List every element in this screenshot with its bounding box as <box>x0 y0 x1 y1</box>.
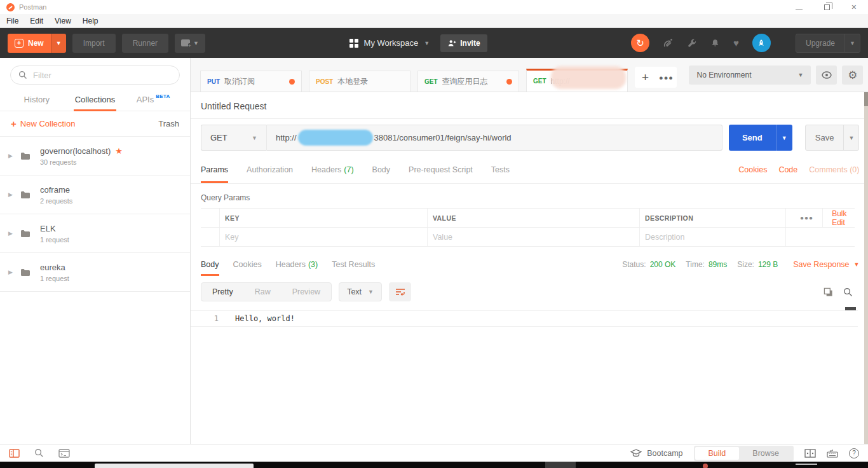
two-pane-icon[interactable] <box>804 449 816 458</box>
bell-icon[interactable] <box>710 38 720 48</box>
import-button[interactable]: Import <box>72 34 116 53</box>
upgrade-button[interactable]: Upgrade ▼ <box>796 34 860 53</box>
line-number: 1 <box>191 314 219 323</box>
minimize-button[interactable] <box>796 1 803 13</box>
menu-view[interactable]: View <box>49 17 77 25</box>
expand-chevron-icon[interactable]: ▶ <box>8 153 15 159</box>
sync-icon[interactable]: ↻ <box>631 34 649 52</box>
invite-button[interactable]: Invite <box>440 34 487 52</box>
view-preview[interactable]: Preview <box>281 287 331 296</box>
collection-row-governor[interactable]: ▶ governor(localhost)★ 30 requests <box>0 137 190 176</box>
workspace-chevron-icon[interactable]: ▼ <box>424 40 430 46</box>
upgrade-chevron-icon[interactable]: ▼ <box>844 34 860 52</box>
taskbar-button-sliver <box>545 462 576 468</box>
send-dropdown-button[interactable]: ▼ <box>776 125 792 151</box>
new-dropdown-button[interactable]: ▼ <box>51 34 66 53</box>
request-tab-3[interactable]: GET 查询应用日志 <box>417 71 519 92</box>
comments-link[interactable]: Comments (0) <box>809 165 859 174</box>
workspace-selector[interactable]: My Workspace <box>364 38 419 48</box>
expand-chevron-icon[interactable]: ▶ <box>8 269 15 275</box>
heart-icon[interactable]: ♥ <box>733 38 739 48</box>
satellite-icon[interactable] <box>663 38 674 48</box>
tab-apis-label: APIs <box>137 95 154 104</box>
save-button[interactable]: Save ▼ <box>805 125 860 151</box>
environment-preview-button[interactable] <box>816 65 837 85</box>
tab-history[interactable]: History <box>8 88 66 111</box>
editor-scrollbar[interactable] <box>845 307 856 310</box>
search-response-icon[interactable] <box>843 287 853 297</box>
find-icon[interactable] <box>34 448 44 458</box>
request-tab-2[interactable]: POST 本地登录 <box>309 71 410 92</box>
shortcuts-keyboard-icon[interactable] <box>827 449 838 458</box>
tab-tests[interactable]: Tests <box>491 156 510 183</box>
plus-icon: + <box>11 118 17 129</box>
rocket-icon[interactable] <box>752 34 771 52</box>
filter-search-box[interactable] <box>10 65 180 85</box>
trash-button[interactable]: Trash <box>158 119 179 128</box>
tab-params[interactable]: Params <box>201 156 228 183</box>
param-description-input[interactable] <box>645 233 780 242</box>
scrollbar-thumb[interactable] <box>864 92 868 106</box>
method-selector[interactable]: GET ▼ <box>201 125 267 151</box>
wrench-icon[interactable] <box>687 38 697 48</box>
bulk-edit-link[interactable]: Bulk Edit <box>822 209 855 227</box>
response-body-editor[interactable]: 1 Hello, world! <box>191 310 868 327</box>
tab-apis[interactable]: APIs BETA <box>124 88 182 111</box>
wrap-lines-button[interactable] <box>389 282 411 301</box>
tab-authorization[interactable]: Authorization <box>247 156 293 183</box>
collection-name: eureka <box>40 263 65 272</box>
url-input[interactable]: http:// 38081/consumer01/feign/say-hi/wo… <box>267 125 722 151</box>
footer-left-icons <box>9 448 70 458</box>
expand-chevron-icon[interactable]: ▶ <box>8 191 15 198</box>
bootcamp-button[interactable]: Bootcamp <box>630 449 682 458</box>
close-button[interactable]: × <box>851 3 857 11</box>
add-tab-button[interactable]: + <box>635 71 656 85</box>
tab-headers[interactable]: Headers (7) <box>311 156 354 183</box>
console-icon[interactable] <box>58 449 70 458</box>
menu-help[interactable]: Help <box>77 17 104 25</box>
save-dropdown-button[interactable]: ▼ <box>843 125 858 150</box>
tab-test-results[interactable]: Test Results <box>332 253 375 276</box>
view-raw[interactable]: Raw <box>244 287 281 296</box>
filter-input[interactable] <box>33 71 172 80</box>
collection-row-coframe[interactable]: ▶ coframe 2 requests <box>0 176 190 214</box>
expand-chevron-icon[interactable]: ▶ <box>8 230 15 237</box>
menu-file[interactable]: File <box>0 17 24 25</box>
new-window-button[interactable]: ▼ <box>175 34 205 53</box>
send-button[interactable]: Send ▼ <box>729 125 792 151</box>
tab-response-headers[interactable]: Headers (3) <box>276 253 318 276</box>
tab-response-cookies[interactable]: Cookies <box>233 253 262 276</box>
tab-response-body[interactable]: Body <box>201 253 219 276</box>
request-tab-1[interactable]: PUT 取消订阅 <box>200 71 302 92</box>
cookies-link[interactable]: Cookies <box>738 165 767 174</box>
unsaved-dot-icon <box>289 79 295 85</box>
param-value-input[interactable] <box>433 233 634 242</box>
collection-row-eureka[interactable]: ▶ eureka 1 request <box>0 253 190 292</box>
help-icon[interactable]: ? <box>849 448 859 458</box>
tab-collections[interactable]: Collections <box>66 88 125 111</box>
param-key-input[interactable] <box>225 233 422 242</box>
save-response-button[interactable]: Save Response ▼ <box>793 260 859 269</box>
tab-pre-request-script[interactable]: Pre-request Script <box>409 156 473 183</box>
restore-button[interactable] <box>824 1 830 13</box>
request-tab-4-active[interactable]: GET http:// <box>526 69 628 92</box>
browse-tab[interactable]: Browse <box>739 447 792 460</box>
unsaved-dot-icon <box>506 79 512 85</box>
environment-selector[interactable]: No Environment ▼ <box>689 65 811 85</box>
menu-edit[interactable]: Edit <box>24 17 49 25</box>
sidebar-toggle-icon[interactable] <box>9 449 20 458</box>
collection-row-elk[interactable]: ▶ ELK 1 request <box>0 214 190 253</box>
settings-button[interactable]: ⚙ <box>842 65 863 85</box>
build-tab[interactable]: Build <box>695 447 740 460</box>
more-options-icon[interactable]: ●●● <box>791 214 822 221</box>
runner-button[interactable]: Runner <box>122 34 168 53</box>
format-selector[interactable]: Text ▼ <box>339 282 382 301</box>
tab-body[interactable]: Body <box>372 156 391 183</box>
new-collection-button[interactable]: + New Collection <box>11 118 75 129</box>
vertical-scrollbar[interactable] <box>864 92 868 444</box>
view-pretty[interactable]: Pretty <box>201 287 244 296</box>
tab-options-button[interactable]: ●●● <box>656 74 677 81</box>
new-button[interactable]: + New ▼ <box>8 34 66 53</box>
code-link[interactable]: Code <box>778 165 797 174</box>
copy-icon[interactable] <box>824 287 833 297</box>
